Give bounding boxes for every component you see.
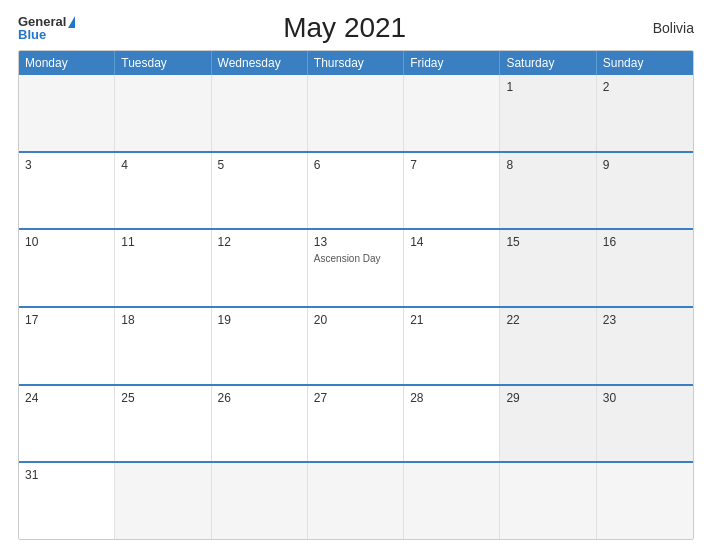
calendar-cell-w6-d6	[500, 463, 596, 539]
cell-event-label: Ascension Day	[314, 253, 397, 264]
calendar-cell-w4-d5: 21	[404, 308, 500, 384]
calendar-cell-w4-d1: 17	[19, 308, 115, 384]
calendar-cell-w1-d6: 1	[500, 75, 596, 151]
calendar-cell-w5-d7: 30	[597, 386, 693, 462]
calendar-cell-w1-d3	[212, 75, 308, 151]
cell-day-number: 10	[25, 235, 108, 249]
logo-blue-text: Blue	[18, 28, 75, 41]
calendar-cell-w5-d3: 26	[212, 386, 308, 462]
cell-day-number: 23	[603, 313, 687, 327]
cell-day-number: 12	[218, 235, 301, 249]
calendar-cell-w1-d4	[308, 75, 404, 151]
calendar-cell-w2-d7: 9	[597, 153, 693, 229]
calendar-week-2: 3456789	[19, 151, 693, 229]
calendar-cell-w2-d1: 3	[19, 153, 115, 229]
calendar-cell-w2-d3: 5	[212, 153, 308, 229]
cell-day-number: 30	[603, 391, 687, 405]
cell-day-number: 28	[410, 391, 493, 405]
calendar-cell-w3-d1: 10	[19, 230, 115, 306]
cell-day-number: 20	[314, 313, 397, 327]
header-row: General Blue May 2021 Bolivia	[18, 12, 694, 44]
cell-day-number: 4	[121, 158, 204, 172]
calendar-cell-w6-d4	[308, 463, 404, 539]
calendar-cell-w6-d7	[597, 463, 693, 539]
day-header-thursday: Thursday	[308, 51, 404, 75]
day-header-wednesday: Wednesday	[212, 51, 308, 75]
cell-day-number: 14	[410, 235, 493, 249]
calendar-cell-w4-d7: 23	[597, 308, 693, 384]
cell-day-number: 2	[603, 80, 687, 94]
calendar-cell-w4-d6: 22	[500, 308, 596, 384]
calendar-cell-w5-d4: 27	[308, 386, 404, 462]
cell-day-number: 13	[314, 235, 397, 249]
day-header-saturday: Saturday	[500, 51, 596, 75]
calendar-cell-w2-d5: 7	[404, 153, 500, 229]
calendar-cell-w1-d7: 2	[597, 75, 693, 151]
country-label: Bolivia	[614, 20, 694, 36]
calendar-cell-w4-d2: 18	[115, 308, 211, 384]
cell-day-number: 7	[410, 158, 493, 172]
logo-stacked: General Blue	[18, 15, 75, 41]
logo-area: General Blue	[18, 15, 75, 41]
calendar-week-5: 24252627282930	[19, 384, 693, 462]
day-header-monday: Monday	[19, 51, 115, 75]
cell-day-number: 11	[121, 235, 204, 249]
day-header-tuesday: Tuesday	[115, 51, 211, 75]
cell-day-number: 17	[25, 313, 108, 327]
calendar-cell-w3-d7: 16	[597, 230, 693, 306]
cell-day-number: 9	[603, 158, 687, 172]
calendar-cell-w1-d5	[404, 75, 500, 151]
calendar-cell-w6-d2	[115, 463, 211, 539]
cell-day-number: 26	[218, 391, 301, 405]
calendar-cell-w1-d2	[115, 75, 211, 151]
calendar-cell-w2-d6: 8	[500, 153, 596, 229]
calendar-cell-w5-d6: 29	[500, 386, 596, 462]
cell-day-number: 6	[314, 158, 397, 172]
cell-day-number: 19	[218, 313, 301, 327]
calendar-grid: 12345678910111213Ascension Day1415161718…	[19, 75, 693, 539]
calendar-cell-w5-d1: 24	[19, 386, 115, 462]
calendar-cell-w3-d5: 14	[404, 230, 500, 306]
calendar-cell-w6-d5	[404, 463, 500, 539]
calendar-cell-w1-d1	[19, 75, 115, 151]
calendar-cell-w3-d3: 12	[212, 230, 308, 306]
cell-day-number: 21	[410, 313, 493, 327]
calendar-week-4: 17181920212223	[19, 306, 693, 384]
cell-day-number: 27	[314, 391, 397, 405]
calendar-cell-w3-d6: 15	[500, 230, 596, 306]
cell-day-number: 16	[603, 235, 687, 249]
cell-day-number: 31	[25, 468, 108, 482]
day-headers: Monday Tuesday Wednesday Thursday Friday…	[19, 51, 693, 75]
calendar-container: Monday Tuesday Wednesday Thursday Friday…	[18, 50, 694, 540]
logo-triangle-icon	[68, 16, 75, 28]
cell-day-number: 15	[506, 235, 589, 249]
cell-day-number: 18	[121, 313, 204, 327]
calendar-week-6: 31	[19, 461, 693, 539]
calendar-cell-w3-d2: 11	[115, 230, 211, 306]
calendar-cell-w4-d4: 20	[308, 308, 404, 384]
day-header-friday: Friday	[404, 51, 500, 75]
cell-day-number: 25	[121, 391, 204, 405]
cell-day-number: 1	[506, 80, 589, 94]
calendar-cell-w2-d4: 6	[308, 153, 404, 229]
cell-day-number: 24	[25, 391, 108, 405]
cell-day-number: 8	[506, 158, 589, 172]
calendar-cell-w6-d3	[212, 463, 308, 539]
calendar-cell-w5-d5: 28	[404, 386, 500, 462]
calendar-cell-w5-d2: 25	[115, 386, 211, 462]
day-header-sunday: Sunday	[597, 51, 693, 75]
page-wrapper: General Blue May 2021 Bolivia Monday Tue…	[0, 0, 712, 550]
month-title: May 2021	[75, 12, 614, 44]
cell-day-number: 5	[218, 158, 301, 172]
calendar-cell-w2-d2: 4	[115, 153, 211, 229]
cell-day-number: 22	[506, 313, 589, 327]
calendar-week-1: 12	[19, 75, 693, 151]
cell-day-number: 29	[506, 391, 589, 405]
calendar-week-3: 10111213Ascension Day141516	[19, 228, 693, 306]
calendar-cell-w6-d1: 31	[19, 463, 115, 539]
cell-day-number: 3	[25, 158, 108, 172]
calendar-cell-w3-d4: 13Ascension Day	[308, 230, 404, 306]
calendar-cell-w4-d3: 19	[212, 308, 308, 384]
